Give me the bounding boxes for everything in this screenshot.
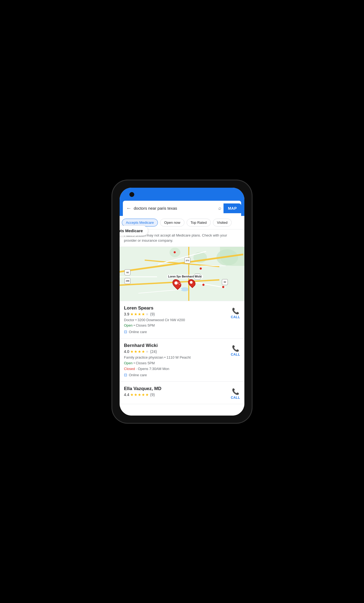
doctor-card-loren-spears: Loren Spears 3.9 ★ ★ ★ ★ ★ (9) Doct: [120, 301, 244, 339]
call-button-ella-vazquez[interactable]: 📞 CALL: [231, 386, 240, 400]
open-status: Open: [124, 323, 133, 327]
online-care-row: ⊡ Online care: [124, 330, 228, 334]
map-area[interactable]: 82 271 271 286 82 Loren Spears: [120, 247, 244, 301]
doctor-info-ella-vazquez: Ella Vazquez, MD 4.4 ★ ★ ★ ★ ★ (9): [124, 386, 228, 398]
rating-row: 4.0 ★ ★ ★ ★ ★ (24): [124, 349, 228, 354]
doctor-card-bernhard-wicki: Bernhard Wicki 4.0 ★ ★ ★ ★ ★ (24) F: [120, 339, 244, 382]
doctor-card-ella-vazquez: Ella Vazquez, MD 4.4 ★ ★ ★ ★ ★ (9): [120, 382, 244, 404]
chip-top-rated[interactable]: Top Rated: [187, 219, 211, 226]
map-button[interactable]: MAP: [223, 203, 241, 213]
phone-icon: 📞: [232, 388, 239, 395]
review-count: (9): [150, 393, 155, 397]
search-bar: ← doctors near paris texas ⌕ MAP: [123, 201, 241, 216]
search-header: ← doctors near paris texas ⌕ MAP: [120, 188, 244, 216]
star-5: ★: [145, 349, 149, 354]
open-status: Open: [124, 361, 133, 365]
doctor-name[interactable]: Ella Vazquez, MD: [124, 386, 228, 391]
phone-frame: Accepts Medicare ← doctors near paris te…: [111, 180, 253, 424]
map-background: 82 271 271 286 82 Loren Spears: [120, 247, 244, 301]
map-dot-extra: [178, 282, 181, 285]
doctor-name[interactable]: Bernhard Wicki: [124, 343, 228, 348]
star-3: ★: [138, 393, 141, 397]
rating-row: 4.4 ★ ★ ★ ★ ★ (9): [124, 393, 228, 397]
review-count: (24): [150, 349, 157, 354]
back-button[interactable]: ←: [126, 205, 132, 211]
star-2: ★: [134, 393, 138, 397]
star-1: ★: [130, 349, 134, 354]
call-label: CALL: [231, 353, 240, 356]
highway-shield-271: 271: [184, 257, 190, 263]
map-dot: [222, 286, 225, 288]
closes-time: Closes 5PM: [136, 361, 155, 365]
road: [201, 266, 226, 266]
review-count: (9): [150, 312, 155, 316]
closes-time: Closes 5PM: [136, 323, 155, 327]
doctor-address: 1110 W Peacht: [167, 355, 191, 359]
search-input[interactable]: doctors near paris texas: [134, 206, 216, 210]
highway-shield-82b: 82: [222, 279, 228, 285]
map-dot: [199, 267, 202, 270]
call-button-loren-spears[interactable]: 📞 CALL: [231, 305, 240, 319]
closed-label: Closed: [124, 367, 135, 371]
star-5: ★: [145, 312, 149, 316]
phone-icon: 📞: [232, 345, 239, 352]
chip-accepts-medicare[interactable]: Accepts Medicare: [122, 219, 158, 226]
rating-row: 3.9 ★ ★ ★ ★ ★ (9): [124, 312, 228, 316]
call-label: CALL: [231, 315, 240, 319]
rating-number: 3.9: [124, 312, 129, 316]
online-care-icon: ⊡: [124, 330, 127, 334]
star-1: ★: [130, 393, 134, 397]
online-care-text: Online care: [129, 330, 147, 334]
star-4: ★: [142, 393, 145, 397]
online-care-row: ⊡ Online care: [124, 373, 228, 377]
online-care-icon: ⊡: [124, 373, 127, 377]
opens-note: · Opens 7:30AM Mon: [135, 367, 169, 371]
search-icon[interactable]: ⌕: [218, 205, 221, 211]
closed-status-row: Closed · Opens 7:30AM Mon: [124, 366, 228, 372]
doctor-info-loren-spears: Loren Spears 3.9 ★ ★ ★ ★ ★ (9) Doct: [124, 305, 228, 334]
doctor-type: Doctor: [124, 318, 134, 322]
star-5-half: ★: [145, 393, 149, 397]
doctor-type-address: Family practice physician • 1110 W Peach…: [124, 355, 228, 360]
star-rating: ★ ★ ★ ★ ★: [130, 393, 149, 397]
map-pin-bernhard-wicki[interactable]: Bernhard Wicki: [181, 275, 203, 287]
call-button-bernhard-wicki[interactable]: 📞 CALL: [231, 343, 240, 356]
star-3: ★: [138, 312, 141, 316]
doctor-info-bernhard-wicki: Bernhard Wicki 4.0 ★ ★ ★ ★ ★ (24) F: [124, 343, 228, 377]
doctor-type-address: Doctor • 3200 Downwood Cir NW #200: [124, 317, 228, 323]
phone-icon: 📞: [232, 308, 239, 315]
camera: [129, 192, 134, 197]
rating-number: 4.0: [124, 349, 129, 354]
accepts-medicare-pill[interactable]: Accepts Medicare: [120, 226, 148, 236]
phone-screen: Accepts Medicare ← doctors near paris te…: [120, 188, 244, 416]
star-rating: ★ ★ ★ ★ ★: [130, 312, 149, 316]
star-4: ★: [142, 312, 145, 316]
open-status-row: Open • Closes 5PM: [124, 323, 228, 328]
highway-shield-82: 82: [124, 269, 130, 275]
doctor-name[interactable]: Loren Spears: [124, 305, 228, 311]
chip-visited[interactable]: Visited: [213, 219, 232, 226]
main-content: Places shown may not accept all Medicare…: [120, 229, 244, 416]
star-rating: ★ ★ ★ ★ ★: [130, 349, 149, 354]
highway-shield-286: 286: [124, 278, 130, 284]
star-1: ★: [130, 312, 134, 316]
road: [188, 247, 189, 301]
call-label: CALL: [231, 396, 240, 400]
rating-number: 4.4: [124, 393, 129, 397]
star-3: ★: [138, 349, 141, 354]
road: [120, 276, 157, 277]
doctor-type: Family practice physician: [124, 355, 163, 359]
chip-open-now[interactable]: Open now: [160, 219, 184, 226]
online-care-text: Online care: [129, 373, 147, 377]
star-4: ★: [142, 349, 145, 354]
road: [138, 289, 182, 293]
open-status-row: Open • Closes 5PM: [124, 360, 228, 366]
star-2: ★: [134, 312, 138, 316]
star-2: ★: [134, 349, 138, 354]
doctor-address: 3200 Downwood Cir NW #200: [138, 318, 185, 322]
